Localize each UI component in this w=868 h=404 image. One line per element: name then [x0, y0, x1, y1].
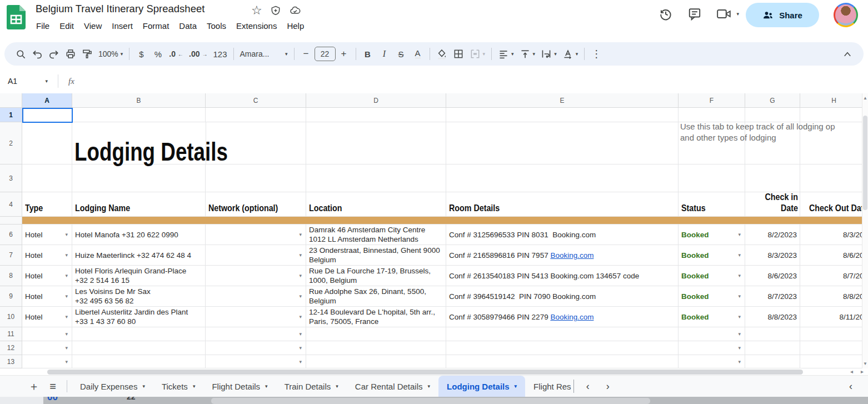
cell[interactable] [306, 341, 446, 355]
cell-room-details[interactable]: Conf # 3125696533 PIN 8031 Booking.com [446, 225, 679, 245]
header-check-in[interactable]: Check in Date [745, 192, 800, 217]
dropdown-icon[interactable]: ▾ [299, 232, 302, 237]
cell-network[interactable]: ▾ [206, 225, 306, 245]
menu-tools[interactable]: Tools [202, 19, 231, 33]
row-header-11[interactable]: 11 [0, 327, 22, 341]
dropdown-icon[interactable]: ▾ [299, 293, 302, 299]
menu-data[interactable]: Data [174, 19, 202, 33]
cell-check-out[interactable]: 8/11/202 [800, 307, 868, 327]
comments-icon[interactable] [687, 7, 702, 21]
star-icon[interactable]: ☆ [251, 3, 262, 18]
dropdown-icon[interactable]: ▾ [65, 314, 68, 320]
meet-video-icon[interactable]: ▾ [716, 7, 739, 21]
select-all-corner[interactable] [0, 93, 22, 108]
cell[interactable] [446, 327, 679, 341]
cell[interactable] [800, 355, 868, 368]
cell[interactable] [446, 217, 679, 225]
cell[interactable] [446, 164, 679, 192]
cell-status[interactable]: Booked▾ [679, 245, 745, 266]
decrease-decimals-icon[interactable]: .0← [166, 45, 186, 63]
cell-status[interactable]: Booked▾ [679, 266, 745, 286]
row-header-8[interactable]: 8 [0, 266, 22, 286]
cell-network[interactable]: ▾ [206, 355, 306, 368]
cell[interactable] [745, 164, 800, 192]
menu-edit[interactable]: Edit [54, 19, 79, 33]
strikethrough-icon[interactable]: S [393, 45, 410, 63]
cell[interactable] [306, 327, 446, 341]
row-header-13[interactable]: 13 [0, 355, 22, 368]
cell[interactable] [800, 217, 868, 225]
dropdown-icon[interactable]: ▾ [738, 252, 741, 258]
menu-format[interactable]: Format [138, 19, 174, 33]
tabs-scroll-right-icon[interactable]: › [606, 381, 610, 392]
cell[interactable] [306, 164, 446, 192]
cell-room-details[interactable]: Conf # 2613540183 PIN 5413 Booking.com 1… [446, 266, 679, 286]
cell-location[interactable]: Damrak 46 Amsterdam City Centre 1012 LL … [306, 225, 446, 245]
dropdown-icon[interactable]: ▾ [65, 252, 68, 258]
cell[interactable] [745, 341, 800, 355]
dropdown-icon[interactable]: ▾ [738, 273, 741, 278]
move-to-drive-icon[interactable] [270, 5, 281, 16]
font-size-input[interactable]: 22 [315, 47, 336, 61]
add-sheet-icon[interactable]: ＋ [24, 377, 43, 396]
cell[interactable] [800, 108, 868, 122]
tab-dropdown-icon[interactable]: ▾ [428, 383, 431, 389]
cell[interactable] [72, 355, 206, 368]
text-wrapping-icon[interactable]: ▾ [538, 45, 560, 63]
cell-type[interactable]: ▾ [22, 355, 72, 368]
cell-network[interactable]: ▾ [206, 341, 306, 355]
cell-room-details[interactable]: Conf # 2165896816 PIN 7957 Booking.com [446, 245, 679, 266]
cell-lodging-name[interactable]: Hotel Floris Arlequin Grand-Place +32 2 … [72, 266, 206, 286]
column-header-H[interactable]: H [800, 93, 868, 108]
dropdown-icon[interactable]: ▾ [65, 359, 68, 365]
cell-location[interactable]: 12-14 Boulevard De L'hopital, 5th arr., … [306, 307, 446, 327]
tab-flight-details[interactable]: Flight Details▾ [203, 376, 276, 397]
header-location[interactable]: Location [306, 192, 446, 217]
share-button[interactable]: Share [746, 3, 819, 27]
text-rotation-icon[interactable]: ▾ [560, 45, 581, 63]
horizontal-scrollbar[interactable]: ◂ ▸ [0, 368, 868, 376]
column-header-D[interactable]: D [306, 93, 446, 108]
header-type[interactable]: Type [22, 192, 72, 217]
cell[interactable] [72, 217, 206, 225]
cell-status[interactable]: Booked▾ [679, 225, 745, 245]
cell-type[interactable]: Hotel▾ [22, 225, 72, 245]
dropdown-icon[interactable]: ▾ [65, 273, 68, 278]
cell[interactable] [800, 164, 868, 192]
cell-lodging-name[interactable]: Libertel Austerlitz Jardin des Plant +33… [72, 307, 206, 327]
row-header-12[interactable]: 12 [0, 341, 22, 355]
format-percent-icon[interactable]: % [149, 45, 166, 63]
cell-type[interactable]: Hotel▾ [22, 286, 72, 307]
cell-room-details[interactable]: Conf # 3058979466 PIN 2279 Booking.com [446, 307, 679, 327]
all-sheets-icon[interactable]: ≡ [43, 377, 62, 396]
cell-check-out[interactable]: 8/7/202 [800, 266, 868, 286]
more-toolbar-options-icon[interactable]: ⋮ [588, 45, 605, 63]
cell-status[interactable]: Booked▾ [679, 307, 745, 327]
column-header-C[interactable]: C [206, 93, 306, 108]
cell-network[interactable]: ▾ [206, 245, 306, 266]
dropdown-icon[interactable]: ▾ [299, 273, 302, 278]
menu-view[interactable]: View [79, 19, 107, 33]
decrease-font-size-icon[interactable]: − [298, 45, 315, 63]
hide-menus-icon[interactable] [839, 45, 856, 63]
cell[interactable] [306, 122, 446, 164]
increase-decimals-icon[interactable]: .00→ [186, 45, 210, 63]
dropdown-icon[interactable]: ▾ [65, 331, 68, 337]
cell[interactable] [206, 217, 306, 225]
dropdown-icon[interactable]: ▾ [65, 232, 68, 237]
cell-network[interactable]: ▾ [206, 307, 306, 327]
dropdown-icon[interactable]: ▾ [738, 314, 741, 320]
cell-type[interactable]: Hotel▾ [22, 307, 72, 327]
cell[interactable] [745, 108, 800, 122]
tab-dropdown-icon[interactable]: ▾ [336, 383, 338, 389]
cell-status[interactable]: Booked▾ [679, 286, 745, 307]
dropdown-icon[interactable]: ▾ [65, 293, 68, 299]
dropdown-icon[interactable]: ▾ [299, 331, 302, 337]
cell[interactable] [679, 164, 745, 192]
header-status[interactable]: Status [679, 192, 745, 217]
cell-lodging-name[interactable]: Hotel Manofa +31 20 622 0990 [72, 225, 206, 245]
dropdown-icon[interactable]: ▾ [65, 345, 68, 351]
cell-check-out[interactable]: 8/3/202 [800, 225, 868, 245]
cell-room-details[interactable]: Conf # 3964519142 PIN 7090 Booking.com [446, 286, 679, 307]
booking-link[interactable]: Booking.com [550, 313, 593, 321]
